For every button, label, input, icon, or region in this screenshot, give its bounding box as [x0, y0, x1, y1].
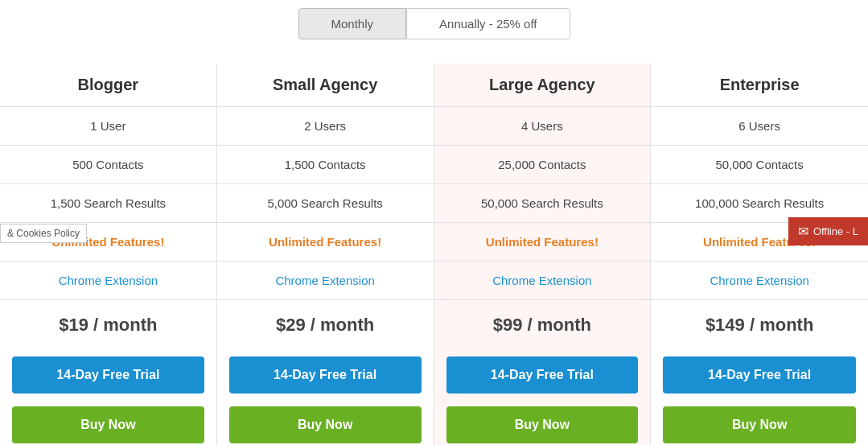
- plan-contacts-blogger: 500 Contacts: [0, 146, 216, 184]
- trial-button-small-agency[interactable]: 14-Day Free Trial: [229, 356, 422, 393]
- plan-price-enterprise: $149 / month: [651, 300, 868, 350]
- plan-col-large-agency: Large Agency 4 Users 25,000 Contacts 50,…: [434, 64, 652, 445]
- buy-button-small-agency[interactable]: Buy Now: [229, 406, 422, 443]
- envelope-icon: ✉: [798, 224, 808, 239]
- plan-chrome-blogger[interactable]: Chrome Extension: [0, 262, 216, 300]
- buy-button-enterprise[interactable]: Buy Now: [663, 406, 856, 443]
- plan-name-small-agency: Small Agency: [217, 64, 434, 107]
- plan-contacts-enterprise: 50,000 Contacts: [651, 146, 868, 184]
- offline-label: Offline - L: [813, 225, 858, 237]
- trial-button-blogger[interactable]: 14-Day Free Trial: [12, 356, 204, 393]
- plan-search-large-agency: 50,000 Search Results: [434, 184, 651, 223]
- buy-button-large-agency[interactable]: Buy Now: [446, 406, 639, 443]
- plan-trial-btn-row-enterprise: 14-Day Free Trial: [651, 350, 868, 400]
- trial-button-large-agency[interactable]: 14-Day Free Trial: [446, 356, 639, 393]
- trial-button-enterprise[interactable]: 14-Day Free Trial: [663, 356, 856, 393]
- chrome-ext-link-small-agency[interactable]: Chrome Extension: [275, 274, 374, 287]
- plan-buy-btn-row-enterprise: Buy Now: [651, 400, 868, 445]
- plan-trial-btn-row-small-agency: 14-Day Free Trial: [217, 350, 434, 400]
- monthly-toggle[interactable]: Monthly: [298, 8, 407, 39]
- plan-buy-btn-row-large-agency: Buy Now: [434, 400, 651, 445]
- plan-unlimited-small-agency: Unlimited Features!: [217, 223, 434, 262]
- plan-buy-btn-row-blogger: Buy Now: [0, 400, 216, 445]
- plans-container: Blogger 1 User 500 Contacts 1,500 Search…: [0, 64, 868, 445]
- plan-col-small-agency: Small Agency 2 Users 1,500 Contacts 5,00…: [217, 64, 434, 445]
- plan-users-enterprise: 6 Users: [651, 107, 868, 146]
- plan-price-large-agency: $99 / month: [434, 300, 651, 350]
- chrome-ext-link-blogger[interactable]: Chrome Extension: [59, 274, 158, 287]
- plan-name-enterprise: Enterprise: [651, 64, 868, 107]
- offline-chat-widget[interactable]: ✉ Offline - L: [788, 217, 868, 245]
- plan-search-blogger: 1,500 Search Results: [0, 184, 216, 223]
- cookie-tooltip: & Cookies Policy: [0, 224, 87, 243]
- plan-col-blogger: Blogger 1 User 500 Contacts 1,500 Search…: [0, 64, 217, 445]
- plan-chrome-enterprise[interactable]: Chrome Extension: [651, 262, 868, 300]
- buy-button-blogger[interactable]: Buy Now: [12, 406, 204, 443]
- chrome-ext-link-enterprise[interactable]: Chrome Extension: [710, 274, 808, 287]
- chrome-ext-link-large-agency[interactable]: Chrome Extension: [492, 274, 591, 287]
- plan-price-small-agency: $29 / month: [217, 300, 434, 350]
- plan-users-blogger: 1 User: [0, 107, 216, 146]
- plan-col-enterprise: Enterprise 6 Users 50,000 Contacts 100,0…: [651, 64, 868, 445]
- plan-buy-btn-row-small-agency: Buy Now: [217, 400, 434, 445]
- plan-price-blogger: $19 / month: [0, 300, 216, 350]
- plan-contacts-small-agency: 1,500 Contacts: [217, 146, 434, 184]
- plan-chrome-large-agency[interactable]: Chrome Extension: [434, 262, 651, 300]
- plan-trial-btn-row-blogger: 14-Day Free Trial: [0, 350, 216, 400]
- plan-chrome-small-agency[interactable]: Chrome Extension: [217, 262, 434, 300]
- plan-name-blogger: Blogger: [0, 64, 216, 107]
- annually-toggle[interactable]: Annually - 25% off: [406, 8, 570, 39]
- plan-contacts-large-agency: 25,000 Contacts: [434, 146, 651, 184]
- plan-search-small-agency: 5,000 Search Results: [217, 184, 434, 223]
- plan-unlimited-large-agency: Unlimited Features!: [434, 223, 651, 262]
- plan-users-small-agency: 2 Users: [217, 107, 434, 146]
- billing-toggle: Monthly Annually - 25% off: [0, 0, 868, 64]
- plan-name-large-agency: Large Agency: [434, 64, 651, 107]
- plan-trial-btn-row-large-agency: 14-Day Free Trial: [434, 350, 651, 400]
- plan-users-large-agency: 4 Users: [434, 107, 651, 146]
